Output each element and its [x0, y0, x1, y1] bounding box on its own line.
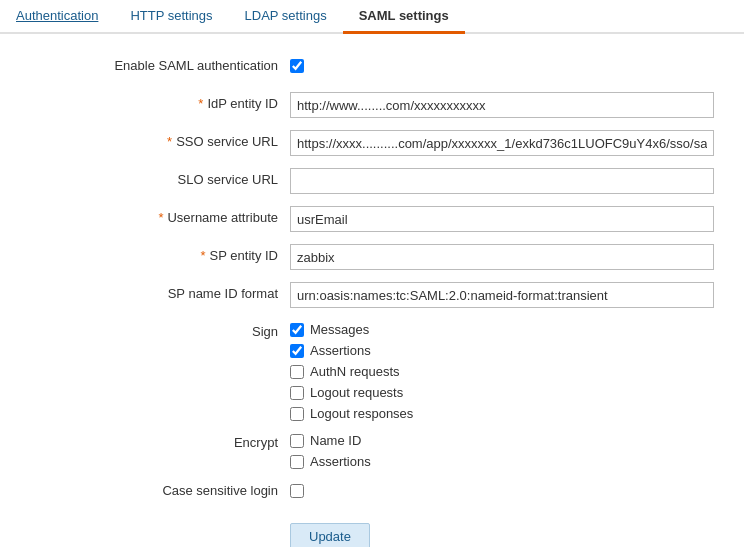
sign-logout-responses-checkbox[interactable] [290, 407, 304, 421]
encrypt-label: Encrypt [30, 431, 290, 450]
sign-logout-requests-checkbox[interactable] [290, 386, 304, 400]
slo-service-url-label: SLO service URL [30, 168, 290, 187]
sign-assertions-label[interactable]: Assertions [310, 343, 371, 358]
sign-checkbox-group: Messages Assertions AuthN requests Logou… [290, 320, 413, 421]
tab-ldap-settings[interactable]: LDAP settings [229, 0, 343, 32]
saml-settings-form: Enable SAML authentication *IdP entity I… [0, 34, 744, 547]
encrypt-assertions-label[interactable]: Assertions [310, 454, 371, 469]
sign-authn-requests-item: AuthN requests [290, 364, 413, 379]
encrypt-name-id-item: Name ID [290, 433, 371, 448]
encrypt-row: Encrypt Name ID Assertions [30, 431, 714, 469]
sp-entity-id-input[interactable] [290, 244, 714, 270]
tab-saml-settings[interactable]: SAML settings [343, 0, 465, 34]
sign-label: Sign [30, 320, 290, 339]
sign-assertions-item: Assertions [290, 343, 413, 358]
sign-logout-responses-item: Logout responses [290, 406, 413, 421]
username-attribute-input[interactable] [290, 206, 714, 232]
encrypt-assertions-checkbox[interactable] [290, 455, 304, 469]
sign-logout-requests-label[interactable]: Logout requests [310, 385, 403, 400]
enable-saml-checkbox[interactable] [290, 59, 304, 73]
enable-saml-label: Enable SAML authentication [30, 54, 290, 73]
encrypt-checkbox-group: Name ID Assertions [290, 431, 371, 469]
idp-entity-id-label: *IdP entity ID [30, 92, 290, 111]
sso-service-url-label: *SSO service URL [30, 130, 290, 149]
idp-entity-id-row: *IdP entity ID [30, 92, 714, 120]
sign-logout-responses-label[interactable]: Logout responses [310, 406, 413, 421]
slo-service-url-input[interactable] [290, 168, 714, 194]
update-button[interactable]: Update [290, 523, 370, 547]
sign-messages-label[interactable]: Messages [310, 322, 369, 337]
sso-service-url-row: *SSO service URL [30, 130, 714, 158]
sign-authn-requests-checkbox[interactable] [290, 365, 304, 379]
sso-service-url-input[interactable] [290, 130, 714, 156]
tab-authentication[interactable]: Authentication [0, 0, 114, 32]
sign-authn-requests-label[interactable]: AuthN requests [310, 364, 400, 379]
case-sensitive-login-row: Case sensitive login [30, 479, 714, 507]
slo-service-url-row: SLO service URL [30, 168, 714, 196]
encrypt-name-id-checkbox[interactable] [290, 434, 304, 448]
tab-http-settings[interactable]: HTTP settings [114, 0, 228, 32]
sp-entity-id-row: *SP entity ID [30, 244, 714, 272]
tab-bar: Authentication HTTP settings LDAP settin… [0, 0, 744, 34]
update-button-row: Update [290, 523, 714, 547]
case-sensitive-login-label: Case sensitive login [30, 479, 290, 498]
sign-logout-requests-item: Logout requests [290, 385, 413, 400]
sign-assertions-checkbox[interactable] [290, 344, 304, 358]
username-attribute-row: *Username attribute [30, 206, 714, 234]
sign-messages-item: Messages [290, 322, 413, 337]
idp-entity-id-input[interactable] [290, 92, 714, 118]
sp-name-id-format-row: SP name ID format [30, 282, 714, 310]
sp-name-id-format-label: SP name ID format [30, 282, 290, 301]
encrypt-assertions-item: Assertions [290, 454, 371, 469]
case-sensitive-login-checkbox[interactable] [290, 484, 304, 498]
username-attribute-label: *Username attribute [30, 206, 290, 225]
enable-saml-row: Enable SAML authentication [30, 54, 714, 82]
sp-entity-id-label: *SP entity ID [30, 244, 290, 263]
sign-row: Sign Messages Assertions AuthN requests … [30, 320, 714, 421]
encrypt-name-id-label[interactable]: Name ID [310, 433, 361, 448]
sp-name-id-format-input[interactable] [290, 282, 714, 308]
sign-messages-checkbox[interactable] [290, 323, 304, 337]
